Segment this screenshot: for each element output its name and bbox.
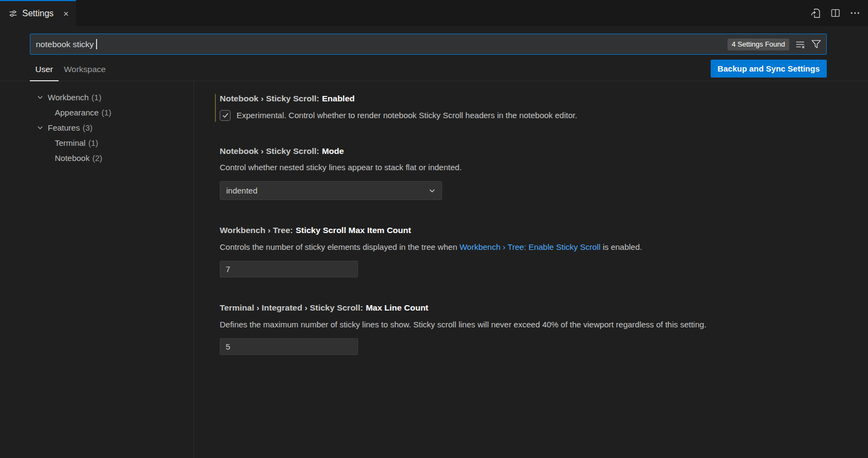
- setting-terminal-sticky-scroll-max-line-count: Terminal › Integrated › Sticky Scroll:Ma…: [220, 303, 846, 355]
- toc-item-features[interactable]: Features (3): [0, 120, 194, 135]
- toc-label: Features: [48, 123, 80, 132]
- chevron-down-icon: [427, 186, 437, 195]
- enabled-checkbox[interactable]: [220, 110, 231, 121]
- tab-user[interactable]: User: [30, 58, 59, 81]
- max-line-count-input[interactable]: [220, 338, 358, 355]
- toc-label: Terminal: [55, 138, 86, 147]
- editor-tab-bar: Settings ×: [0, 0, 868, 26]
- max-item-count-input[interactable]: [220, 261, 358, 278]
- split-editor-icon[interactable]: [831, 8, 840, 18]
- toc-item-terminal[interactable]: Terminal (1): [0, 135, 194, 150]
- setting-link-enable-sticky-scroll[interactable]: Workbench › Tree: Enable Sticky Scroll: [459, 242, 601, 251]
- tab-workspace[interactable]: Workspace: [59, 58, 111, 81]
- setting-title: Terminal › Integrated › Sticky Scroll:Ma…: [220, 303, 846, 313]
- settings-header-row: User Workspace Backup and Sync Settings: [0, 58, 868, 81]
- toc-item-workbench[interactable]: Workbench (1): [0, 89, 194, 105]
- search-controls: 4 Settings Found: [727, 38, 821, 50]
- setting-title: Workbench › Tree:Sticky Scroll Max Item …: [220, 225, 846, 236]
- checkbox-row: Experimental. Control whether to render …: [220, 110, 846, 121]
- setting-title: Notebook › Sticky Scroll:Enabled: [220, 94, 846, 104]
- setting-category: Notebook › Sticky Scroll:: [220, 94, 319, 103]
- filter-icon[interactable]: [811, 39, 821, 49]
- toc-count: (2): [92, 153, 102, 163]
- settings-search-input[interactable]: notebook sticky 4 Settings Found: [30, 34, 827, 55]
- open-settings-json-icon[interactable]: [810, 8, 821, 18]
- scope-tabs: User Workspace: [30, 58, 111, 81]
- chevron-down-icon[interactable]: [36, 93, 44, 101]
- setting-title: Notebook › Sticky Scroll:Mode: [220, 146, 846, 157]
- chevron-down-icon[interactable]: [36, 123, 44, 132]
- modified-indicator: [215, 94, 216, 122]
- setting-category: Notebook › Sticky Scroll:: [220, 146, 319, 156]
- select-value: indented: [226, 186, 258, 195]
- toc-count: (1): [92, 93, 101, 102]
- tab-settings[interactable]: Settings ×: [0, 0, 76, 26]
- more-actions-icon[interactable]: [850, 8, 860, 18]
- toc-label: Workbench: [48, 93, 89, 102]
- setting-description: Experimental. Control whether to render …: [237, 111, 577, 120]
- tab-workspace-label: Workspace: [64, 64, 106, 74]
- search-row: notebook sticky 4 Settings Found: [0, 26, 868, 55]
- toc-count: (1): [101, 108, 111, 117]
- settings-body: Workbench (1) Appearance (1) Features (3…: [0, 81, 868, 458]
- settings-toc: Workbench (1) Appearance (1) Features (3…: [0, 81, 194, 458]
- tab-user-label: User: [35, 64, 53, 74]
- settings-list: Notebook › Sticky Scroll:Enabled Experim…: [194, 81, 868, 458]
- toc-label: Notebook: [55, 153, 90, 163]
- setting-tree-sticky-scroll-max-item-count: Workbench › Tree:Sticky Scroll Max Item …: [220, 225, 846, 278]
- toc-label: Appearance: [55, 108, 99, 117]
- clear-search-results-icon[interactable]: [795, 40, 805, 49]
- setting-notebook-sticky-scroll-mode: Notebook › Sticky Scroll:Mode Control wh…: [220, 146, 846, 201]
- setting-name: Sticky Scroll Max Item Count: [296, 225, 411, 235]
- text-cursor: [96, 39, 97, 49]
- setting-category: Terminal › Integrated › Sticky Scroll:: [220, 303, 363, 312]
- description-text: is enabled.: [601, 242, 642, 251]
- sliders-icon: [9, 9, 17, 18]
- toc-item-notebook[interactable]: Notebook (2): [0, 150, 194, 165]
- setting-name: Enabled: [322, 94, 354, 103]
- results-count-badge: 4 Settings Found: [727, 38, 789, 50]
- setting-description: Defines the maximum number of sticky lin…: [220, 319, 846, 330]
- search-query-text: notebook sticky: [36, 40, 94, 49]
- setting-name: Max Line Count: [366, 303, 428, 312]
- setting-name: Mode: [322, 146, 343, 156]
- setting-category: Workbench › Tree:: [220, 225, 293, 235]
- backup-and-sync-settings-button[interactable]: Backup and Sync Settings: [711, 60, 827, 78]
- editor-actions: [810, 0, 868, 26]
- toc-count: (1): [88, 138, 98, 147]
- setting-description: Control whether nested sticky lines appe…: [220, 162, 846, 173]
- toc-count: (3): [82, 123, 92, 132]
- setting-description: Controls the number of sticky elements d…: [220, 242, 846, 253]
- toc-item-appearance[interactable]: Appearance (1): [0, 105, 194, 120]
- settings-editor: notebook sticky 4 Settings Found: [0, 26, 868, 458]
- description-text: Controls the number of sticky elements d…: [220, 242, 459, 251]
- mode-select[interactable]: indented: [220, 181, 442, 200]
- setting-notebook-sticky-scroll-enabled: Notebook › Sticky Scroll:Enabled Experim…: [220, 94, 846, 121]
- close-icon[interactable]: ×: [63, 9, 69, 18]
- tab-title: Settings: [22, 9, 54, 18]
